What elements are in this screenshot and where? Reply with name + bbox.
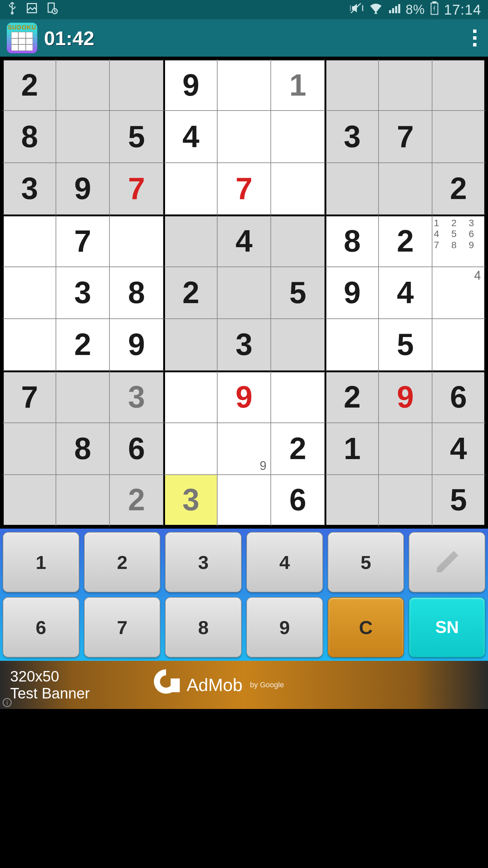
cell-r5-c6[interactable]: [325, 319, 379, 371]
vibrate-mute-icon: [350, 2, 364, 17]
cell-r4-c7[interactable]: 4: [379, 267, 432, 319]
cell-r6-c0[interactable]: 7: [2, 371, 56, 422]
cell-r3-c5[interactable]: [271, 215, 325, 267]
cell-r4-c3[interactable]: 2: [163, 267, 217, 319]
cell-r0-c8[interactable]: [432, 59, 486, 111]
numkey-2[interactable]: 2: [84, 532, 161, 592]
menu-overflow-button[interactable]: [473, 29, 481, 46]
ad-banner[interactable]: i 320x50 Test Banner AdMob by Google: [0, 661, 488, 709]
cell-r1-c6[interactable]: 3: [325, 111, 379, 162]
cell-r4-c8[interactable]: 4: [432, 267, 486, 319]
numkey-6[interactable]: 6: [3, 597, 79, 657]
cell-r1-c3[interactable]: 4: [163, 111, 217, 162]
cell-r3-c8[interactable]: 1 2 3 4 5 6 7 8 9: [432, 215, 486, 267]
sudoku-board: 291854373977274821 2 3 4 5 6 7 8 9382594…: [2, 59, 486, 527]
cell-r5-c2[interactable]: 9: [109, 319, 163, 371]
cell-r7-c5[interactable]: 2: [271, 423, 325, 475]
cell-r7-c1[interactable]: 8: [56, 423, 110, 475]
cell-r4-c1[interactable]: 3: [56, 267, 110, 319]
cell-r7-c0[interactable]: [2, 423, 56, 475]
cell-r3-c2[interactable]: [109, 215, 163, 267]
cell-r3-c7[interactable]: 2: [379, 215, 432, 267]
cell-r5-c1[interactable]: 2: [56, 319, 110, 371]
cell-r6-c7[interactable]: 9: [379, 371, 432, 422]
cell-r6-c5[interactable]: [271, 371, 325, 422]
cell-r7-c6[interactable]: 1: [325, 423, 379, 475]
cell-r1-c8[interactable]: [432, 111, 486, 162]
cell-r5-c7[interactable]: 5: [379, 319, 432, 371]
cell-r0-c2[interactable]: [109, 59, 163, 111]
cell-r5-c0[interactable]: [2, 319, 56, 371]
cell-r7-c2[interactable]: 6: [109, 423, 163, 475]
cell-r3-c1[interactable]: 7: [56, 215, 110, 267]
cell-r6-c2[interactable]: 3: [109, 371, 163, 422]
cell-r4-c5[interactable]: 5: [271, 267, 325, 319]
cell-r0-c6[interactable]: [325, 59, 379, 111]
cell-r0-c7[interactable]: [379, 59, 432, 111]
cell-r4-c0[interactable]: [2, 267, 56, 319]
cell-r8-c4[interactable]: [217, 475, 271, 527]
cell-r2-c7[interactable]: [379, 163, 432, 215]
cell-r0-c3[interactable]: 9: [163, 59, 217, 111]
numkey-7[interactable]: 7: [84, 597, 161, 657]
cell-r2-c8[interactable]: 2: [432, 163, 486, 215]
cell-r4-c6[interactable]: 9: [325, 267, 379, 319]
cell-r3-c3[interactable]: [163, 215, 217, 267]
cell-r8-c8[interactable]: 5: [432, 475, 486, 527]
cell-r8-c6[interactable]: [325, 475, 379, 527]
cell-r1-c4[interactable]: [217, 111, 271, 162]
cell-r8-c7[interactable]: [379, 475, 432, 527]
cell-r1-c1[interactable]: [56, 111, 110, 162]
cell-r1-c2[interactable]: 5: [109, 111, 163, 162]
cell-r2-c1[interactable]: 9: [56, 163, 110, 215]
numkey-9[interactable]: 9: [246, 597, 323, 657]
cell-r8-c1[interactable]: [56, 475, 110, 527]
cell-r7-c3[interactable]: [163, 423, 217, 475]
ad-info-icon[interactable]: i: [3, 698, 12, 707]
cell-r0-c1[interactable]: [56, 59, 110, 111]
cell-r2-c5[interactable]: [271, 163, 325, 215]
cell-r7-c4[interactable]: 9: [217, 423, 271, 475]
cell-r3-c6[interactable]: 8: [325, 215, 379, 267]
cell-r6-c1[interactable]: [56, 371, 110, 422]
cell-r1-c5[interactable]: [271, 111, 325, 162]
app-icon[interactable]: SUDOKU: [7, 23, 37, 53]
cell-r8-c5[interactable]: 6: [271, 475, 325, 527]
cell-r4-c2[interactable]: 8: [109, 267, 163, 319]
cell-r0-c0[interactable]: 2: [2, 59, 56, 111]
cell-r6-c3[interactable]: [163, 371, 217, 422]
cell-r1-c0[interactable]: 8: [2, 111, 56, 162]
numkey-1[interactable]: 1: [3, 532, 79, 592]
numkey-3[interactable]: 3: [165, 532, 242, 592]
numkey-5[interactable]: 5: [328, 532, 404, 592]
cell-r8-c0[interactable]: [2, 475, 56, 527]
cell-r0-c5[interactable]: 1: [271, 59, 325, 111]
cell-r2-c3[interactable]: [163, 163, 217, 215]
cell-r4-c4[interactable]: [217, 267, 271, 319]
cell-r2-c2[interactable]: 7: [109, 163, 163, 215]
cell-r6-c6[interactable]: 2: [325, 371, 379, 422]
cell-r5-c4[interactable]: 3: [217, 319, 271, 371]
cell-r3-c0[interactable]: [2, 215, 56, 267]
clear-button[interactable]: C: [328, 597, 404, 657]
sn-button[interactable]: SN: [409, 597, 485, 657]
cell-r7-c7[interactable]: [379, 423, 432, 475]
app-bar: SUDOKU 01:42: [0, 19, 488, 57]
cell-r2-c6[interactable]: [325, 163, 379, 215]
cell-r1-c7[interactable]: 7: [379, 111, 432, 162]
cell-r5-c5[interactable]: [271, 319, 325, 371]
pencil-mode-button[interactable]: [409, 532, 485, 592]
cell-r7-c8[interactable]: 4: [432, 423, 486, 475]
numkey-8[interactable]: 8: [165, 597, 242, 657]
cell-r2-c0[interactable]: 3: [2, 163, 56, 215]
cell-r6-c4[interactable]: 9: [217, 371, 271, 422]
cell-r2-c4[interactable]: 7: [217, 163, 271, 215]
cell-r5-c8[interactable]: [432, 319, 486, 371]
cell-r6-c8[interactable]: 6: [432, 371, 486, 422]
cell-r0-c4[interactable]: [217, 59, 271, 111]
cell-r5-c3[interactable]: [163, 319, 217, 371]
cell-r8-c2[interactable]: 2: [109, 475, 163, 527]
cell-r8-c3[interactable]: 3: [163, 475, 217, 527]
numkey-4[interactable]: 4: [246, 532, 323, 592]
cell-r3-c4[interactable]: 4: [217, 215, 271, 267]
